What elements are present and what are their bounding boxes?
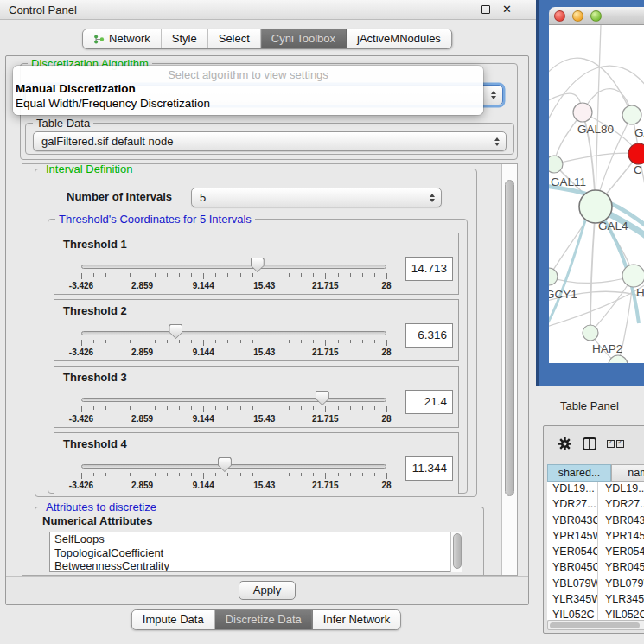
table-row[interactable]: YIL052CYIL052C bbox=[547, 609, 644, 620]
cell-name[interactable]: YIL052C bbox=[598, 609, 644, 620]
table-data-combo[interactable]: galFiltered.sif default node bbox=[33, 131, 507, 151]
tab-infer-network[interactable]: Infer Network bbox=[313, 610, 400, 629]
threshold-2-value-field[interactable]: 6.316 bbox=[405, 323, 453, 348]
algorithm-popup-item-manual[interactable]: Manual Discretization bbox=[13, 81, 483, 96]
float-window-icon[interactable] bbox=[481, 5, 490, 14]
tab-discretize-data[interactable]: Discretize Data bbox=[215, 610, 313, 629]
threshold-3-value-field[interactable]: 21.4 bbox=[405, 390, 453, 414]
cell-name[interactable]: YER054C bbox=[598, 545, 644, 561]
tab-impute-data[interactable]: Impute Data bbox=[132, 610, 215, 629]
cell-shared-name[interactable]: YDR27... bbox=[547, 498, 598, 513]
table-row[interactable]: YPR145WYPR145W bbox=[547, 530, 644, 545]
close-icon[interactable]: ✕ bbox=[502, 5, 512, 14]
cell-name[interactable]: YDR27... bbox=[598, 498, 644, 513]
network-node[interactable] bbox=[573, 103, 592, 122]
gear-icon[interactable] bbox=[558, 437, 572, 451]
slider-scale-label: -3.426 bbox=[60, 414, 103, 424]
network-node[interactable] bbox=[622, 265, 644, 287]
table-horizontal-scrollbar[interactable] bbox=[547, 620, 644, 630]
slider-scale-label: 2.859 bbox=[121, 348, 164, 357]
algorithm-popup-item-equal-width[interactable]: Equal Width/Frequency Discretization bbox=[13, 96, 483, 111]
network-node[interactable] bbox=[609, 355, 628, 363]
threshold-3-slider-thumb[interactable] bbox=[316, 391, 329, 405]
combo-stepper-icon bbox=[494, 137, 500, 146]
slider-scale-label: 2.859 bbox=[121, 281, 164, 290]
threshold-1-slider-thumb[interactable] bbox=[251, 258, 265, 272]
cell-name[interactable]: YBL079W bbox=[598, 577, 644, 593]
network-node[interactable] bbox=[628, 143, 644, 164]
numerical-attributes-list[interactable]: SelfLoopsTopologicalCoefficientBetweenne… bbox=[49, 532, 450, 572]
network-edge[interactable] bbox=[590, 207, 596, 333]
cell-shared-name[interactable]: YPR145W bbox=[547, 530, 598, 545]
apply-button[interactable]: Apply bbox=[239, 581, 296, 600]
settings-scrollbar-thumb[interactable] bbox=[505, 180, 514, 496]
cell-name[interactable]: YPR145W bbox=[598, 530, 644, 545]
tab-select[interactable]: Select bbox=[208, 29, 261, 48]
network-node[interactable] bbox=[583, 325, 598, 341]
threshold-4-slider-thumb[interactable] bbox=[218, 457, 232, 472]
threshold-3-slider-track[interactable] bbox=[81, 398, 386, 402]
slider-scale-label: 28 bbox=[365, 481, 408, 490]
numerical-attribute-item[interactable]: TopologicalCoefficient bbox=[50, 546, 450, 560]
table-row[interactable]: YBR045CYBR045C bbox=[547, 561, 644, 577]
cell-shared-name[interactable]: YER054C bbox=[547, 545, 598, 561]
tab-style[interactable]: Style bbox=[162, 29, 208, 48]
network-window-titlebar[interactable] bbox=[549, 7, 644, 25]
numerical-attribute-item[interactable]: SelfLoops bbox=[50, 532, 450, 546]
network-node[interactable] bbox=[579, 190, 612, 223]
window-minimize-button[interactable] bbox=[572, 10, 583, 22]
table-row[interactable]: YDL19...YDL19... bbox=[547, 482, 644, 498]
column-header-name[interactable]: name bbox=[611, 464, 644, 482]
cell-shared-name[interactable]: YBR045C bbox=[547, 561, 598, 577]
cell-shared-name[interactable]: YLR345W bbox=[547, 593, 598, 609]
attributes-scrollbar-thumb[interactable] bbox=[453, 533, 462, 569]
network-canvas[interactable]: GAL80GACGAL11GAL4GCY1HHAP2 bbox=[549, 25, 644, 363]
table-row[interactable]: YBR043CYBR043C bbox=[547, 514, 644, 530]
tab-jactivemnodules[interactable]: jActiveMNodules bbox=[347, 29, 451, 48]
cell-name[interactable]: YBR043C bbox=[598, 514, 644, 530]
settings-panel-scrollbar[interactable] bbox=[501, 164, 517, 575]
network-edge[interactable] bbox=[596, 25, 601, 207]
cell-shared-name[interactable]: YIL052C bbox=[547, 609, 598, 620]
cell-shared-name[interactable]: YBR043C bbox=[547, 514, 598, 530]
window-close-button[interactable] bbox=[554, 10, 565, 22]
column-header-shared-name[interactable]: shared... bbox=[547, 464, 611, 482]
cyni-toolbox-panel: Discretization Algorithm Table Data galF… bbox=[5, 55, 529, 605]
threshold-4-slider-track[interactable] bbox=[81, 464, 386, 469]
number-of-intervals-combo[interactable]: 5 bbox=[191, 188, 442, 207]
network-node[interactable] bbox=[549, 156, 563, 173]
slider-scale-label: 21.715 bbox=[303, 414, 347, 424]
window-zoom-button[interactable] bbox=[590, 10, 602, 22]
cell-name[interactable]: YBR045C bbox=[598, 561, 644, 577]
numerical-attribute-item[interactable]: BetweennessCentrality bbox=[50, 559, 450, 572]
table-row[interactable]: YLR345WYLR345W bbox=[547, 593, 644, 609]
threshold-2-slider-track[interactable] bbox=[81, 331, 386, 335]
tab-network[interactable]: Network bbox=[83, 29, 162, 48]
attributes-to-discretize-group: Attributes to discretize Numerical Attri… bbox=[35, 507, 484, 576]
threshold-row-3: Threshold 3 -3.4262.8599.14415.4321.7152… bbox=[54, 366, 459, 428]
table-row[interactable]: YBL079WYBL079W bbox=[547, 577, 644, 593]
cell-shared-name[interactable]: YDL19... bbox=[547, 482, 598, 498]
network-node-label: H bbox=[636, 286, 644, 299]
attributes-list-scrollbar[interactable] bbox=[450, 532, 462, 572]
network-node[interactable] bbox=[622, 105, 641, 124]
network-node[interactable] bbox=[549, 268, 558, 285]
threshold-2-label: Threshold 2 bbox=[63, 304, 127, 317]
cell-shared-name[interactable]: YBL079W bbox=[547, 577, 598, 593]
slider-scale-label: 15.43 bbox=[243, 414, 286, 424]
tab-cyni-toolbox[interactable]: Cyni Toolbox bbox=[261, 29, 347, 48]
table-row[interactable]: YDR27...YDR27... bbox=[547, 498, 644, 513]
threshold-4-value-field[interactable]: 11.344 bbox=[405, 456, 453, 481]
cell-name[interactable]: YLR345W bbox=[598, 593, 644, 609]
h-scrollbar-thumb[interactable] bbox=[550, 622, 640, 628]
threshold-4-label: Threshold 4 bbox=[63, 437, 127, 450]
slider-scale-label: 9.144 bbox=[182, 281, 225, 290]
split-view-icon[interactable] bbox=[583, 437, 596, 450]
table-row[interactable]: YER054CYER054C bbox=[547, 545, 644, 561]
slider-scale-label: 9.144 bbox=[182, 481, 225, 490]
threshold-2-slider-thumb[interactable] bbox=[169, 324, 182, 339]
cell-name[interactable]: YDL19... bbox=[598, 482, 644, 498]
threshold-1-value-field[interactable]: 14.713 bbox=[405, 257, 453, 281]
threshold-1-slider-track[interactable] bbox=[81, 265, 386, 269]
column-visibility-icons[interactable] bbox=[607, 440, 624, 448]
